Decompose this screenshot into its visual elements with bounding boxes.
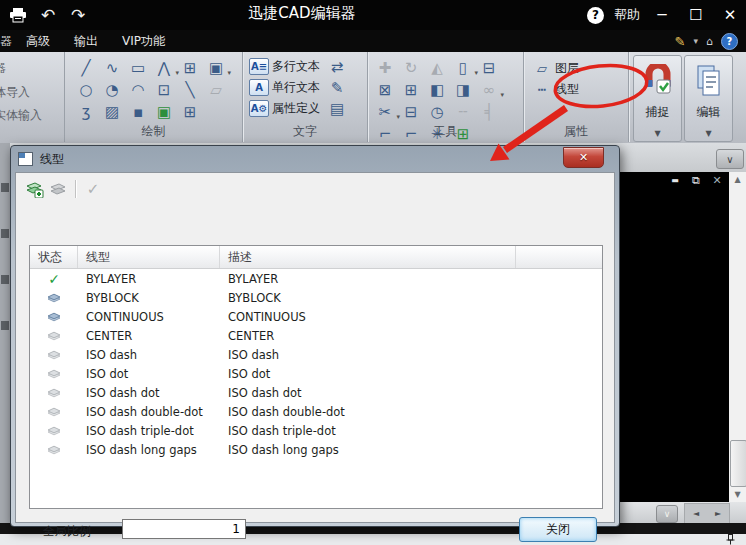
help-blue-icon[interactable]: ? [721, 33, 738, 50]
close-button[interactable]: ✕ [718, 4, 742, 26]
linetype-row[interactable]: ISO dotISO dot [30, 364, 602, 383]
copy-props-icon[interactable]: ⊟ [476, 57, 502, 79]
dialog-close-button[interactable]: ✕ [563, 147, 604, 168]
region-icon[interactable]: ▱ [203, 79, 229, 101]
linetype-row[interactable]: ISO dash double-dotISO dash double-dot [30, 402, 602, 421]
point-icon[interactable]: ▪ [125, 101, 151, 123]
tray2-icon[interactable]: ◨ [450, 79, 476, 101]
linetype-description: ISO dash [220, 348, 279, 362]
attdef-button[interactable]: A⚙属性定义 [243, 98, 320, 119]
time-icon[interactable]: ◷ [424, 101, 450, 123]
print-icon[interactable] [6, 4, 30, 26]
minimize-button[interactable]: ─ [650, 4, 674, 26]
panel-collapse-button[interactable]: ∨ [716, 149, 744, 169]
band-collapse-button[interactable]: ∨ [656, 505, 678, 523]
thick-line-icon[interactable]: ╲ [177, 79, 203, 101]
arc-icon[interactable]: ◠ [125, 79, 151, 101]
linetype-row[interactable]: ISO dash dotISO dash dot [30, 383, 602, 402]
add-linetype-icon[interactable] [22, 178, 46, 200]
chain-icon[interactable]: ∞▾ [476, 79, 502, 101]
mdi-minimize-icon[interactable]: ▬ [668, 174, 682, 187]
linetype-row[interactable]: CONTINUOUSCONTINUOUS [30, 307, 602, 326]
header-description[interactable]: 描述 [220, 246, 516, 268]
vertical-scroll-thumb[interactable] [730, 440, 746, 487]
rectangle-icon[interactable]: ▭ [125, 57, 151, 79]
text-scale-icon[interactable]: ⇄ [324, 56, 350, 77]
match-icon[interactable]: ⊟ [398, 101, 424, 123]
text-button[interactable]: A单行文本 [243, 77, 320, 98]
donut-icon[interactable]: ◔ [99, 79, 125, 101]
snap-dropdown-icon[interactable]: ▼ [654, 129, 660, 138]
mdi-restore-icon[interactable]: ⧉ [689, 174, 703, 187]
scroll-left-icon[interactable]: ◄ [693, 509, 699, 518]
sketch-icon[interactable]: ∿ [99, 57, 125, 79]
text-icon: A [249, 79, 269, 96]
left-item-import[interactable]: 体导入 [0, 84, 30, 101]
insert-block-icon[interactable]: ⊞ [177, 57, 203, 79]
offset-icon[interactable]: ▯▾ [450, 57, 476, 79]
snap-button[interactable]: 捕捉 ▼ [633, 55, 682, 142]
scroll-up-icon[interactable]: ▲ [729, 172, 746, 187]
dropdown-caret-icon[interactable]: ▾ [693, 36, 698, 46]
vertical-scrollbar[interactable]: ▲ ▼ [729, 172, 746, 502]
edit-dropdown-icon[interactable]: ▼ [705, 129, 711, 138]
dropdown-caret-icon[interactable]: ▾ [227, 69, 231, 77]
measure-icon[interactable]: ✂▾ [372, 101, 398, 123]
help-icon[interactable]: ? [587, 7, 604, 24]
scroll-down-icon[interactable]: ▼ [729, 487, 746, 502]
layers-button[interactable]: ▱图层 [524, 58, 628, 79]
group-tools: ✚↻◭▯▾⊟⊠⊞◧◨∞▾✂▾⊟◷╌╡⌐⌐✳⊞ 工具 [368, 52, 524, 142]
collapse-ribbon-icon[interactable]: ⌂ [706, 35, 713, 48]
copy-object-icon[interactable]: ⊡ [151, 79, 177, 101]
undo-icon[interactable]: ↶ [36, 4, 60, 26]
set-current-icon: ✓ [81, 178, 105, 200]
mdi-close-icon[interactable]: ✕ [710, 174, 724, 187]
global-scale-input[interactable] [122, 519, 246, 539]
left-item-viewer[interactable]: 器 [0, 60, 6, 77]
boundary-icon[interactable]: ▣▾ [203, 57, 229, 79]
dialog-title-bar[interactable]: 线型 [11, 146, 619, 172]
quick-edit-icon[interactable]: ✎ [675, 34, 686, 49]
scroll-right-icon[interactable]: ► [715, 509, 721, 518]
linetype-row[interactable]: BYBLOCKBYBLOCK [30, 288, 602, 307]
help-label[interactable]: 帮助 [614, 6, 640, 24]
midpoint-icon[interactable]: ╡ [476, 101, 502, 123]
linetype-row[interactable]: ISO dash triple-dotISO dash triple-dot [30, 421, 602, 440]
linetype-row[interactable]: CENTERCENTER [30, 326, 602, 345]
group-draw: ╱∿▭⋀▾⊞▣▾○◔◠⊡╲▱ʒ▨▪▣⊞ 绘制 [65, 52, 243, 142]
dialog-close-footer-button[interactable]: 关闭 [519, 517, 597, 542]
hatch-icon[interactable]: ▨ [99, 101, 125, 123]
linetype-button[interactable]: ┅线型 [524, 79, 628, 100]
mirror-icon[interactable]: ◭ [424, 57, 450, 79]
circle-icon[interactable]: ○ [73, 79, 99, 101]
endpoint-icon[interactable]: ╌ [450, 101, 476, 123]
align-icon[interactable]: ⊞ [398, 79, 424, 101]
move-icon[interactable]: ✚ [372, 57, 398, 79]
table-icon[interactable]: ⊞ [177, 101, 203, 123]
menu-tab[interactable]: VIP功能 [110, 32, 177, 50]
linetype-row[interactable]: ISO dash long gapsISO dash long gaps [30, 440, 602, 459]
menu-tab[interactable]: 高级 [14, 32, 62, 50]
mtext-button[interactable]: A≡多行文本 [243, 56, 320, 77]
dropdown-caret-icon[interactable]: ▾ [500, 91, 504, 99]
rotate-icon[interactable]: ↻ [398, 57, 424, 79]
edit-text-icon[interactable]: ▤ [324, 98, 350, 119]
text-style-icon[interactable]: ✎ [324, 77, 350, 98]
line-icon[interactable]: ╱ [73, 57, 99, 79]
polyline-icon[interactable]: ⋀▾ [151, 57, 177, 79]
block-edit-icon[interactable]: ⊠ [372, 79, 398, 101]
linetype-row[interactable]: ISO dashISO dash [30, 345, 602, 364]
header-status[interactable]: 状态 [30, 246, 78, 268]
edit-button[interactable]: 编辑 ▼ [684, 55, 733, 142]
linetype-row[interactable]: ✓BYLAYERBYLAYER [30, 269, 602, 288]
menu-tab-partial[interactable]: 器 [0, 33, 14, 50]
header-linetype[interactable]: 线型 [78, 246, 220, 268]
redo-icon[interactable]: ↷ [66, 4, 90, 26]
tray-icon[interactable]: ◧ [424, 79, 450, 101]
maximize-button[interactable]: ☐ [684, 4, 708, 26]
pin-icon[interactable] [726, 534, 735, 545]
left-item-entity[interactable]: 实体输入 [0, 107, 42, 124]
image-icon[interactable]: ▣ [151, 101, 177, 123]
revision-cloud-icon[interactable]: ʒ [73, 101, 99, 123]
menu-tab[interactable]: 输出 [62, 32, 110, 50]
